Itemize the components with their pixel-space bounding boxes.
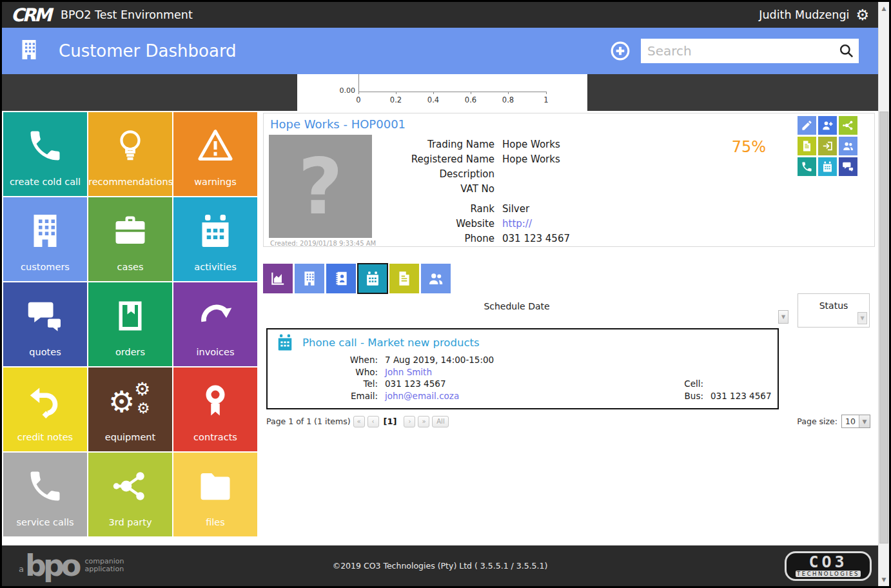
- share-button[interactable]: [839, 116, 857, 135]
- tab-charts[interactable]: [263, 264, 293, 293]
- add-contact-button[interactable]: [818, 116, 837, 135]
- top-bar: CRM BPO2 Test Environment Judith Mudzeng…: [2, 2, 878, 28]
- search-input[interactable]: [641, 39, 859, 63]
- settings-gear-icon[interactable]: ⚙: [856, 8, 869, 23]
- scroll-thumb[interactable]: [879, 112, 888, 544]
- add-button[interactable]: [610, 41, 631, 61]
- customer-title[interactable]: Hope Works - HOP0001: [270, 117, 406, 131]
- page-size-value: 10: [842, 416, 859, 426]
- page-title: Customer Dashboard: [59, 41, 237, 61]
- tile-create-cold-call[interactable]: create cold call: [3, 112, 87, 196]
- status-filter-dropdown[interactable]: ▼: [857, 312, 867, 324]
- share-icon: [88, 463, 172, 509]
- first-page-button[interactable]: «: [353, 416, 365, 427]
- tile-quotes[interactable]: quotes: [3, 282, 87, 366]
- gears-icon: ⚙⚙⚙: [88, 378, 172, 424]
- all-pages-button[interactable]: All: [432, 416, 449, 427]
- activity-tel: 031 123 4567: [385, 378, 643, 390]
- search-icon[interactable]: [838, 43, 855, 59]
- current-page[interactable]: [1]: [384, 416, 397, 426]
- x-tick: 1: [543, 95, 548, 104]
- book-icon: [88, 293, 172, 339]
- scroll-down-arrow[interactable]: ▼: [879, 574, 889, 585]
- pager: Page 1 of 1 (1 items) « ‹ [1] › » All Pa…: [266, 415, 870, 428]
- customer-fields: Trading NameHope Works Registered NameHo…: [341, 137, 670, 246]
- vertical-scrollbar[interactable]: ▲ ▼: [878, 2, 889, 586]
- page-size-select[interactable]: 10 ▼: [841, 415, 870, 428]
- tile-credit-notes[interactable]: credit notes: [3, 368, 87, 451]
- profile-completeness: 75%: [732, 138, 766, 156]
- website-link[interactable]: http://: [502, 218, 670, 230]
- calendar-icon: [275, 333, 295, 352]
- trading-name-value: Hope Works: [502, 139, 670, 150]
- contacts-button[interactable]: [839, 137, 857, 155]
- tab-contacts[interactable]: [326, 264, 356, 293]
- x-tick: 0.2: [390, 95, 402, 104]
- rank-value: Silver: [502, 203, 670, 215]
- document-button[interactable]: [798, 137, 816, 155]
- x-tick: 0.4: [427, 95, 439, 104]
- prev-page-button[interactable]: ‹: [367, 416, 379, 427]
- x-tick: 0: [356, 95, 360, 104]
- tab-people[interactable]: [421, 264, 451, 293]
- tile-files[interactable]: files: [173, 453, 257, 536]
- crm-logo: CRM: [11, 5, 50, 26]
- activity-bus: 031 123 4567: [710, 390, 778, 402]
- tab-company[interactable]: [295, 264, 324, 293]
- tile-orders[interactable]: orders: [88, 282, 172, 366]
- tile-3rd-party[interactable]: 3rd party: [88, 453, 172, 536]
- last-page-button[interactable]: »: [418, 416, 429, 427]
- activities-grid-header: Schedule Date ▼ Status ▼: [262, 293, 875, 328]
- tile-warnings[interactable]: warnings: [173, 112, 257, 196]
- schedule-date-column-header[interactable]: Schedule Date: [262, 301, 772, 311]
- mini-chart-y-tick: 0.00: [331, 86, 355, 95]
- activity-card[interactable]: Phone call - Market new products When:7 …: [266, 328, 779, 409]
- x-tick: 0.6: [465, 95, 476, 104]
- lightbulb-icon: [88, 122, 172, 169]
- building-icon: [17, 38, 41, 64]
- building-icon: [3, 208, 87, 254]
- user-name[interactable]: Judith Mudzengi: [759, 8, 849, 21]
- activity-when: 7 Aug 2019, 14:00-15:00: [385, 354, 643, 366]
- page-size-label: Page size:: [797, 416, 837, 426]
- tile-equipment[interactable]: ⚙⚙⚙ equipment: [88, 368, 172, 451]
- warning-icon: [173, 122, 257, 169]
- mini-chart: 0.00 0 0.2 0.4 0.6 0.8 1: [297, 74, 587, 111]
- undo-arrow-icon: [3, 378, 87, 424]
- tile-activities[interactable]: activities: [173, 197, 257, 281]
- chat-button[interactable]: [839, 157, 857, 176]
- footer: a bpo companionapplication ©2019 CO3 Tec…: [2, 545, 878, 586]
- chat-bubbles-icon: [3, 293, 87, 339]
- folder-icon: [173, 463, 257, 509]
- activity-email-link[interactable]: john@email.coza: [385, 390, 643, 402]
- copyright-text: ©2019 CO3 Technologies (Pty) Ltd ( 3.5.5…: [333, 561, 548, 571]
- activity-title[interactable]: Phone call - Market new products: [302, 337, 480, 349]
- registered-name-value: Hope Works: [502, 153, 670, 165]
- tile-service-calls[interactable]: service calls: [3, 453, 87, 536]
- call-button[interactable]: [798, 157, 816, 176]
- tile-recommendations[interactable]: recommendations: [88, 112, 172, 196]
- crm-window: CRM BPO2 Test Environment Judith Mudzeng…: [0, 0, 891, 588]
- tile-menu: create cold call recommendations warning…: [2, 111, 260, 545]
- activity-details: When:7 Aug 2019, 14:00-15:00 Who:John Sm…: [268, 354, 778, 402]
- tab-activities[interactable]: [358, 264, 387, 293]
- login-button[interactable]: [818, 137, 837, 155]
- status-column-header-box: Status ▼: [798, 293, 870, 328]
- schedule-button[interactable]: [818, 157, 837, 176]
- next-page-button[interactable]: ›: [404, 416, 415, 427]
- activity-who-link[interactable]: John Smith: [385, 366, 643, 378]
- tile-contracts[interactable]: contracts: [173, 368, 257, 451]
- tile-invoices[interactable]: invoices: [173, 282, 257, 366]
- x-tick: 0.8: [502, 95, 514, 104]
- scroll-up-arrow[interactable]: ▲: [879, 3, 889, 14]
- tile-customers[interactable]: customers: [3, 197, 87, 281]
- tab-documents[interactable]: [389, 264, 419, 293]
- edit-button[interactable]: [798, 116, 816, 135]
- mini-chart-x-axis: [358, 92, 547, 92]
- chevron-down-icon: ▼: [859, 415, 870, 427]
- status-column-header[interactable]: Status: [798, 300, 869, 311]
- briefcase-icon: [88, 208, 172, 254]
- activity-cell: [710, 378, 778, 390]
- schedule-date-filter-dropdown[interactable]: ▼: [778, 310, 788, 324]
- tile-cases[interactable]: cases: [88, 197, 172, 281]
